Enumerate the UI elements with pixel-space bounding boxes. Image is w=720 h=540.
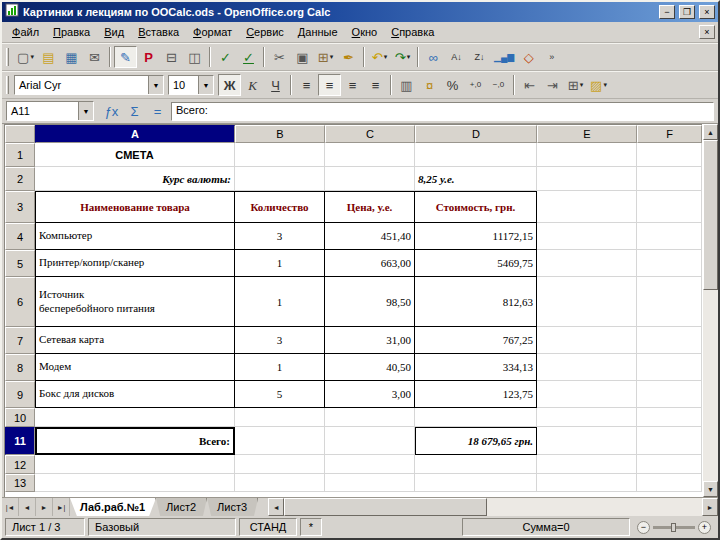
show-draw-functions-button[interactable]: ◇ (517, 46, 540, 68)
cell-D10[interactable] (415, 408, 537, 427)
cell-E6[interactable] (537, 277, 637, 327)
cell-F5[interactable] (637, 250, 702, 277)
cell-E1[interactable] (537, 143, 637, 167)
horizontal-scrollbar[interactable]: ◄ ► (268, 498, 718, 516)
page-preview-button[interactable]: ◫ (183, 46, 206, 68)
format-paintbrush-button[interactable]: ✒ (337, 46, 360, 68)
bold-button[interactable]: Ж (218, 74, 241, 96)
cell-F7[interactable] (637, 327, 702, 354)
document-close-button[interactable]: × (699, 25, 715, 39)
next-sheet-button[interactable]: ► (36, 498, 53, 516)
zoom-slider[interactable] (653, 526, 695, 529)
restore-button[interactable]: ❐ (679, 5, 695, 19)
cell-D3[interactable]: Стоимость, грн. (415, 191, 537, 223)
cell-A3[interactable]: Наименование товара (35, 191, 235, 223)
row-header-6[interactable]: 6 (5, 277, 35, 327)
toolbar-options-button[interactable]: » (540, 46, 563, 68)
cell-E4[interactable] (537, 223, 637, 250)
cut-button[interactable]: ✂ (268, 46, 291, 68)
new-document-button[interactable]: ▢▾ (14, 46, 37, 68)
row-header-13[interactable]: 13 (5, 474, 35, 492)
cell-B11[interactable] (235, 427, 325, 455)
edit-file-button[interactable]: ✎ (114, 46, 137, 68)
last-sheet-button[interactable]: ►| (53, 498, 70, 516)
menu-tools[interactable]: Сервис (239, 23, 291, 41)
sheet-tab-2[interactable]: Лист2 (156, 498, 207, 516)
scroll-right-icon[interactable]: ► (702, 498, 718, 516)
row-header-11[interactable]: 11 (5, 427, 35, 455)
cell-C6[interactable]: 98,50 (325, 277, 415, 327)
cell-D5[interactable]: 5469,75 (415, 250, 537, 277)
menu-format[interactable]: Формат (186, 23, 239, 41)
document-as-email-button[interactable]: ✉ (83, 46, 106, 68)
align-right-button[interactable]: ≡ (341, 74, 364, 96)
toolbar-grip[interactable] (6, 76, 9, 94)
sheet-tab-1[interactable]: Лаб.раб.№1 (70, 498, 156, 516)
row-header-4[interactable]: 4 (5, 223, 35, 250)
cell-C5[interactable]: 663,00 (325, 250, 415, 277)
cell-F8[interactable] (637, 354, 702, 381)
cell-A13[interactable] (35, 474, 235, 492)
cell-D7[interactable]: 767,25 (415, 327, 537, 354)
column-header-B[interactable]: B (235, 125, 325, 143)
cell-C4[interactable]: 451,40 (325, 223, 415, 250)
cell-B10[interactable] (235, 408, 325, 427)
paste-button[interactable]: ⊞▾ (314, 46, 337, 68)
formula-button[interactable]: = (146, 100, 169, 122)
scroll-down-icon[interactable]: ▼ (703, 481, 718, 497)
cell-D1[interactable] (415, 143, 537, 167)
cell-C8[interactable]: 40,50 (325, 354, 415, 381)
cell-C3[interactable]: Цена, у.е. (325, 191, 415, 223)
cell-A10[interactable] (35, 408, 235, 427)
row-header-3[interactable]: 3 (5, 191, 35, 223)
cell-B7[interactable]: 3 (235, 327, 325, 354)
status-selection-mode[interactable]: СТАНД (239, 518, 297, 536)
spellcheck-button[interactable]: ✓ (214, 46, 237, 68)
cell-C7[interactable]: 31,00 (325, 327, 415, 354)
italic-button[interactable]: К (241, 74, 264, 96)
menu-view[interactable]: Вид (97, 23, 131, 41)
name-box[interactable]: A11 ▼ (6, 101, 94, 121)
row-header-2[interactable]: 2 (5, 167, 35, 191)
align-justify-button[interactable]: ≡ (364, 74, 387, 96)
scroll-up-icon[interactable]: ▲ (703, 124, 718, 140)
cell-A11[interactable]: Всего: (35, 427, 235, 455)
sort-descending-button[interactable]: Z↓ (468, 46, 491, 68)
cell-A4[interactable]: Компьютер (35, 223, 235, 250)
cell-B3[interactable]: Количество (235, 191, 325, 223)
chevron-down-icon[interactable]: ▼ (78, 102, 93, 120)
row-header-1[interactable]: 1 (5, 143, 35, 167)
align-center-button[interactable]: ≡ (318, 74, 341, 96)
open-button[interactable]: ▤ (37, 46, 60, 68)
cell-E2[interactable] (537, 167, 637, 191)
merge-cells-button[interactable]: ▥ (395, 74, 418, 96)
insert-chart-button[interactable]: ▁▄▆ (491, 46, 517, 68)
cell-D13[interactable] (415, 474, 537, 492)
cell-D11[interactable]: 18 679,65 грн. (415, 427, 537, 455)
cell-A12[interactable] (35, 455, 235, 474)
cell-A7[interactable]: Сетевая карта (35, 327, 235, 354)
cell-A8[interactable]: Модем (35, 354, 235, 381)
toolbar-grip[interactable] (6, 48, 9, 66)
select-all-corner[interactable] (5, 125, 35, 143)
previous-sheet-button[interactable]: ◄ (19, 498, 36, 516)
cell-E12[interactable] (537, 455, 637, 474)
auto-spellcheck-button[interactable]: ✓ (237, 46, 260, 68)
cell-C12[interactable] (325, 455, 415, 474)
cell-C13[interactable] (325, 474, 415, 492)
cell-B4[interactable]: 3 (235, 223, 325, 250)
cell-A6[interactable]: Источник бесперебойного питания (35, 277, 235, 327)
row-header-10[interactable]: 10 (5, 408, 35, 427)
row-header-5[interactable]: 5 (5, 250, 35, 277)
cell-C1[interactable] (325, 143, 415, 167)
zoom-slider-thumb[interactable] (671, 523, 676, 532)
cell-E7[interactable] (537, 327, 637, 354)
number-format-currency-button[interactable]: ¤ (418, 74, 441, 96)
cell-F4[interactable] (637, 223, 702, 250)
vertical-scrollbar-track[interactable] (703, 290, 718, 481)
cell-A5[interactable]: Принтер/копир/сканер (35, 250, 235, 277)
function-wizard-button[interactable]: ƒx (100, 100, 123, 122)
horizontal-scrollbar-track[interactable] (487, 498, 702, 516)
chevron-down-icon[interactable]: ▼ (198, 76, 213, 94)
cell-E8[interactable] (537, 354, 637, 381)
